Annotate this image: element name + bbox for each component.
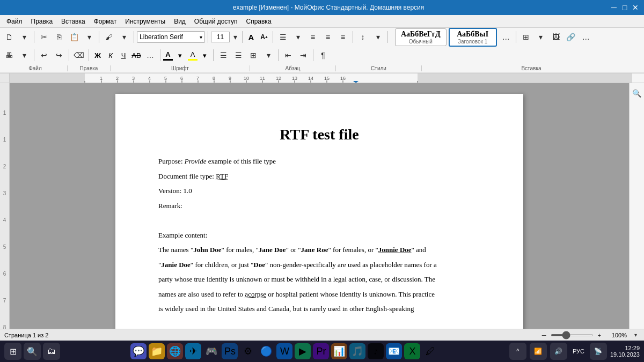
menu-format[interactable]: Формат (90, 17, 121, 26)
taskbar-app9[interactable]: 📊 (331, 343, 347, 359)
taskbar-app10[interactable]: 🎵 (349, 343, 365, 359)
align-center-button[interactable]: ≡ (306, 30, 320, 44)
line-spacing-dropdown[interactable]: ▾ (371, 30, 385, 44)
undo-button[interactable]: ↩ (37, 48, 51, 62)
bullet-list-button[interactable]: ☰ (216, 48, 230, 62)
insert-image-button[interactable]: 🖼 (549, 30, 563, 44)
taskbar-discord[interactable]: 💬 (130, 343, 147, 359)
new-file-button[interactable]: 🗋 (2, 30, 16, 44)
paste-button[interactable]: 📋 (67, 30, 81, 44)
zoom-slider[interactable] (551, 334, 594, 336)
paragraph-dropdown[interactable]: ▾ (291, 30, 305, 44)
font-smaller-button[interactable]: A+ (258, 31, 270, 43)
taskbar-app7[interactable]: 🔵 (258, 343, 274, 359)
decrease-indent-button[interactable]: ⇤ (281, 48, 295, 62)
tray-chevron[interactable]: ^ (509, 343, 526, 360)
align-right-button[interactable]: ≡ (321, 30, 335, 44)
tray-volume[interactable]: 🔊 (550, 343, 567, 360)
taskbar-tiktok[interactable]: ♪ (368, 343, 384, 359)
insert-table-dropdown[interactable]: ▾ (534, 30, 548, 44)
redo-button[interactable]: ↪ (52, 48, 66, 62)
insert-link-button[interactable]: 🔗 (564, 30, 578, 44)
text-format-more[interactable]: … (143, 48, 157, 62)
font-size-input[interactable] (211, 32, 230, 42)
taskbar-chrome[interactable]: 🌐 (167, 343, 183, 359)
increase-indent-button[interactable]: ⇥ (296, 48, 310, 62)
ex1-part2: " for males, " (222, 246, 259, 254)
font-dropdown-icon[interactable]: ▾ (200, 34, 202, 40)
format-paint-button[interactable]: 🖌 (102, 30, 116, 44)
strikethrough-button[interactable]: АВ (130, 49, 142, 61)
highlight-button[interactable]: А (188, 50, 197, 61)
paragraph-mark-button[interactable]: ¶ (316, 48, 330, 62)
zoom-increase-icon[interactable]: + (598, 332, 601, 338)
italic-button[interactable]: К (105, 49, 116, 61)
eraser-button[interactable]: ⌫ (72, 48, 86, 62)
menu-help[interactable]: Справка (241, 17, 275, 26)
taskbar-word[interactable]: W (276, 343, 292, 359)
print-dropdown[interactable]: ▾ (17, 48, 31, 62)
taskbar-ps[interactable]: Ps (222, 343, 238, 359)
font-color-button[interactable]: А (163, 50, 173, 61)
minimize-button[interactable]: ─ (610, 3, 618, 12)
close-button[interactable]: ✕ (631, 3, 640, 12)
menu-file[interactable]: Файл (2, 17, 27, 26)
taskbar-telegram[interactable]: ✈ (185, 343, 201, 359)
svg-text:10: 10 (244, 76, 249, 81)
document-page[interactable]: RTF test file Purpose: Provide example o… (115, 94, 523, 329)
copy-button[interactable]: ⎘ (52, 30, 66, 44)
taskbar: ⊞ 🔍 🗂 💬 📁 🌐 ✈ 🎮 Ps ⚙ 🔵 W ▶ Pr 📊 🎵 ♪ 📧 X … (0, 341, 644, 362)
align-left-button[interactable]: ☰ (276, 30, 290, 44)
numbered-list-button[interactable]: ☰ (231, 48, 245, 62)
font-color-dropdown[interactable]: ▾ (174, 49, 186, 61)
highlight-dropdown[interactable]: ▾ (199, 49, 210, 61)
taskbar-explorer[interactable]: 📁 (149, 343, 165, 359)
bold-button[interactable]: Ж (92, 49, 104, 61)
search-sidebar-button[interactable]: 🔍 (631, 87, 643, 99)
font-color-indicator (163, 59, 173, 61)
menu-share[interactable]: Общий доступ (190, 17, 242, 26)
format-paint-dropdown[interactable]: ▾ (117, 30, 131, 44)
cut-button[interactable]: ✂ (37, 30, 51, 44)
zoom-dropdown[interactable]: ▾ (631, 331, 640, 339)
style-heading1[interactable]: АаБбВыI Заголовок 1 (449, 28, 497, 47)
taskbar-app11[interactable]: 📧 (386, 343, 402, 359)
taskbar-app12[interactable]: 🖊 (422, 343, 438, 359)
taskbar-widgets[interactable]: 🗂 (43, 343, 60, 360)
taskbar-settings[interactable]: ⚙ (240, 343, 256, 359)
new-file-dropdown[interactable]: ▾ (17, 30, 31, 44)
insert-more-button[interactable]: … (579, 30, 593, 44)
font-selector[interactable]: Liberation Serif ▾ (137, 31, 205, 43)
insert-table-button[interactable]: ⊞ (519, 30, 533, 44)
menu-insert[interactable]: Вставка (57, 17, 90, 26)
taskbar-excel[interactable]: X (404, 343, 420, 359)
font-larger-button[interactable]: A (245, 31, 257, 43)
document-area[interactable]: RTF test file Purpose: Provide example o… (10, 83, 629, 329)
clock[interactable]: 12:29 19.10.2023 (610, 345, 640, 358)
more-styles-button[interactable]: … (499, 30, 513, 44)
align-justify-button[interactable]: ≡ (336, 30, 350, 44)
tray-wifi[interactable]: 📡 (590, 343, 607, 360)
taskbar-premiere[interactable]: Pr (313, 343, 329, 359)
indent-dropdown[interactable]: ▾ (261, 48, 275, 62)
underline-button[interactable]: Ч (118, 49, 129, 61)
taskbar-app8[interactable]: ▶ (295, 343, 311, 359)
ex5-text: is widely used in the United States and … (158, 305, 414, 313)
zoom-decrease-icon[interactable]: ─ (542, 332, 546, 338)
menu-edit[interactable]: Правка (27, 17, 57, 26)
line-spacing-button[interactable]: ↕ (356, 30, 370, 44)
tray-network[interactable]: 📶 (530, 343, 547, 360)
start-button[interactable]: ⊞ (4, 343, 21, 360)
paste-dropdown[interactable]: ▾ (82, 30, 96, 44)
taskbar-app5[interactable]: 🎮 (203, 343, 219, 359)
para-purpose: Purpose: Provide example of this file ty… (158, 156, 480, 167)
maximize-button[interactable]: □ (620, 3, 629, 12)
taskbar-search[interactable]: 🔍 (24, 343, 41, 360)
print-button[interactable]: 🖶 (2, 48, 16, 62)
style-normal[interactable]: АаБбВеГгД Обычный (395, 28, 447, 46)
indent-list-button[interactable]: ⊞ (246, 48, 260, 62)
menu-tools[interactable]: Инструменты (121, 17, 170, 26)
font-size-dropdown[interactable]: ▾ (231, 30, 239, 44)
sep7 (353, 31, 353, 43)
menu-view[interactable]: Вид (170, 17, 190, 26)
